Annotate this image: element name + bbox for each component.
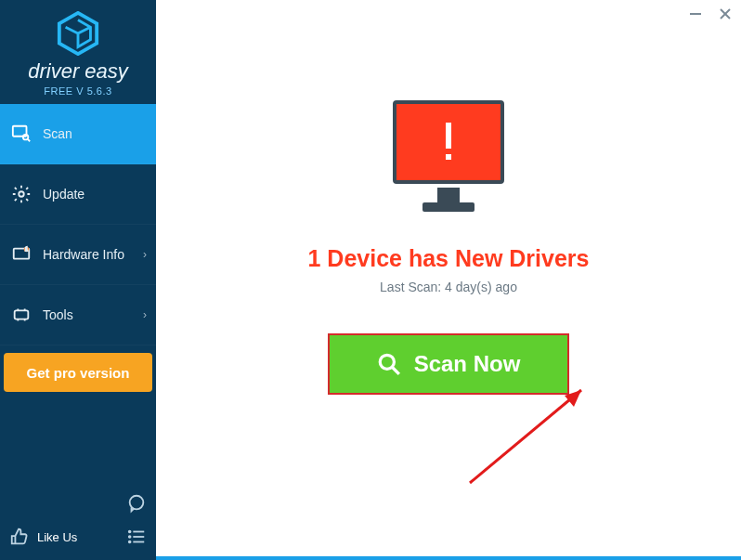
- scan-now-label: Scan Now: [414, 351, 521, 377]
- menu-list-icon[interactable]: [126, 527, 147, 547]
- logo-icon: [56, 11, 100, 56]
- chevron-right-icon: ›: [143, 308, 147, 321]
- like-row: Like Us: [9, 527, 147, 547]
- like-us-label: Like Us: [37, 530, 77, 544]
- brand-block: driver easy FREE V 5.6.3: [0, 0, 156, 104]
- monitor-search-icon: [11, 124, 32, 144]
- gear-icon: [11, 184, 32, 204]
- chat-row: [9, 493, 147, 514]
- sidebar-item-label: Tools: [43, 307, 73, 322]
- brand-version: FREE V 5.6.3: [0, 85, 156, 97]
- svg-point-2: [23, 135, 29, 140]
- sidebar-item-tools[interactable]: Tools ›: [0, 285, 156, 345]
- brand-name: driver easy: [0, 59, 156, 84]
- svg-point-4: [19, 191, 24, 197]
- svg-rect-19: [446, 123, 451, 149]
- thumbs-up-icon: [9, 527, 30, 547]
- main-panel: 1 Device has New Drivers Last Scan: 4 da…: [156, 0, 741, 560]
- sidebar-bottom: Like Us: [0, 486, 156, 560]
- minimize-button[interactable]: [687, 6, 704, 22]
- chevron-right-icon: ›: [143, 248, 147, 261]
- sidebar-item-label: Scan: [43, 126, 72, 141]
- like-us-button[interactable]: Like Us: [9, 527, 77, 547]
- hardware-icon: 1: [11, 244, 32, 265]
- get-pro-button[interactable]: Get pro version: [4, 353, 152, 392]
- scan-now-button[interactable]: Scan Now: [328, 333, 569, 395]
- last-scan-text: Last Scan: 4 day(s) ago: [380, 280, 517, 294]
- search-icon: [377, 352, 401, 376]
- svg-point-14: [129, 541, 131, 543]
- tools-icon: [11, 305, 32, 325]
- nav: Scan Update 1 Hardware Info › Tools ›: [0, 104, 156, 345]
- svg-line-3: [28, 139, 30, 141]
- svg-line-23: [470, 390, 581, 483]
- headline-text: 1 Device has New Drivers: [308, 245, 590, 272]
- sidebar-item-hardware-info[interactable]: 1 Hardware Info ›: [0, 225, 156, 285]
- bottom-accent-bar: [156, 556, 741, 560]
- spacer: [0, 399, 156, 486]
- sidebar: driver easy FREE V 5.6.3 Scan Update 1 H…: [0, 0, 156, 560]
- svg-point-12: [129, 536, 131, 538]
- svg-rect-20: [446, 154, 451, 160]
- sidebar-item-update[interactable]: Update: [0, 164, 156, 225]
- alert-monitor-icon: [384, 100, 514, 219]
- annotation-arrow-icon: [461, 381, 609, 492]
- sidebar-item-label: Hardware Info: [43, 247, 124, 262]
- svg-line-22: [392, 367, 399, 374]
- sidebar-item-label: Update: [43, 187, 84, 202]
- get-pro-label: Get pro version: [27, 365, 130, 381]
- svg-rect-8: [15, 310, 29, 319]
- svg-point-10: [129, 531, 131, 533]
- sidebar-item-scan[interactable]: Scan: [0, 104, 156, 164]
- close-button[interactable]: [717, 6, 734, 22]
- window-controls: [687, 6, 734, 22]
- svg-point-21: [380, 355, 394, 369]
- center-content: 1 Device has New Drivers Last Scan: 4 da…: [156, 0, 741, 395]
- chat-icon[interactable]: [126, 493, 147, 514]
